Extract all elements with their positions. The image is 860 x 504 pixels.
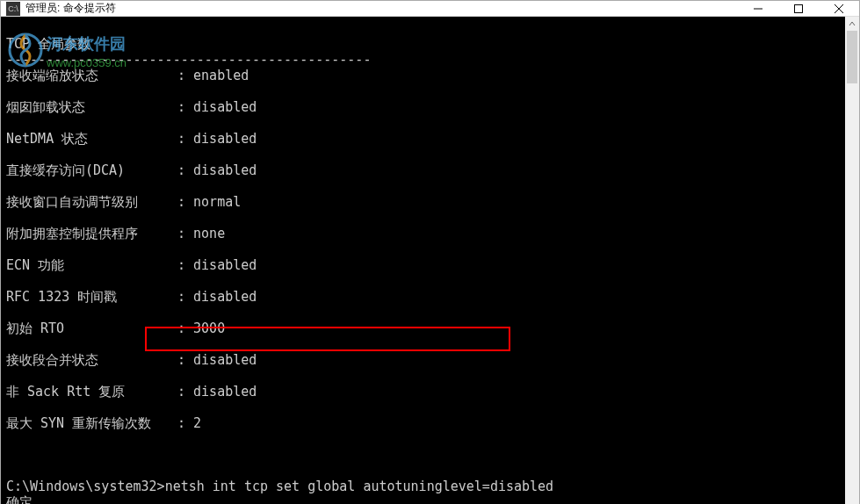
param-row: 初始 RTO: 3000 <box>6 320 854 336</box>
titlebar: C:\ 管理员: 命令提示符 <box>1 1 859 17</box>
window-title: 管理员: 命令提示符 <box>25 1 738 16</box>
console-output[interactable]: TCP 全局参数 -------------------------------… <box>1 17 859 504</box>
cmd-icon: C:\ <box>6 2 20 16</box>
prompt-path: C:\Windows\system32> <box>6 479 165 494</box>
minimize-button[interactable] <box>738 1 778 16</box>
param-row: 烟囱卸载状态: disabled <box>6 99 854 115</box>
param-row: 接收端缩放状态: enabled <box>6 68 854 83</box>
dashes-line: ----------------------------------------… <box>6 52 371 68</box>
scroll-thumb[interactable] <box>847 31 857 83</box>
param-row: 直接缓存访问(DCA): disabled <box>6 162 854 178</box>
scroll-track[interactable] <box>845 31 859 504</box>
param-row: 接收窗口自动调节级别: normal <box>6 194 854 210</box>
window-controls <box>738 1 859 16</box>
result-line: 确定。 <box>6 494 46 504</box>
tcp-header: TCP 全局参数 <box>6 36 90 52</box>
prompt-line-1: C:\Windows\system32>netsh int tcp set gl… <box>6 479 553 494</box>
param-row: NetDMA 状态: disabled <box>6 131 854 147</box>
param-row: 接收段合并状态: disabled <box>6 352 854 368</box>
maximize-button[interactable] <box>778 1 819 16</box>
param-row: RFC 1323 时间戳: disabled <box>6 289 854 305</box>
close-button[interactable] <box>819 1 859 16</box>
cmd-window: C:\ 管理员: 命令提示符 TCP 全局参数 ----------------… <box>0 0 860 504</box>
chevron-up-icon <box>849 20 856 27</box>
prompt-command: netsh int tcp set global autotuninglevel… <box>165 479 554 494</box>
scrollbar <box>845 17 859 504</box>
svg-rect-1 <box>795 4 803 12</box>
param-row: 最大 SYN 重新传输次数: 2 <box>6 415 854 431</box>
param-row: 附加拥塞控制提供程序: none <box>6 226 854 241</box>
scroll-up-button[interactable] <box>845 17 859 31</box>
param-row: ECN 功能: disabled <box>6 257 854 273</box>
param-row: 非 Sack Rtt 复原: disabled <box>6 384 854 400</box>
